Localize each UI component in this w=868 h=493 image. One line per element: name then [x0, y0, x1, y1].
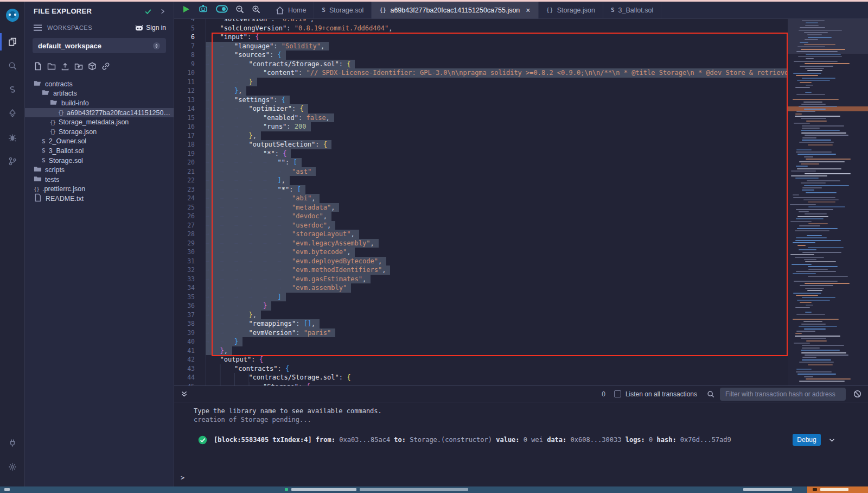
code-line-24[interactable]: 24→→→→→→"abi",: [174, 194, 788, 203]
play-button[interactable]: [182, 5, 190, 16]
clear-console-icon[interactable]: [853, 390, 861, 398]
code-line-42[interactable]: 42"output": {: [174, 355, 788, 364]
tab-storage-json[interactable]: {}Storage.json: [539, 2, 603, 18]
code-line-10[interactable]: 10→→→→"content": "// SPDX-License-Identi…: [174, 68, 788, 78]
terminal-collapse-icon[interactable]: [181, 390, 188, 397]
zoom-out-button[interactable]: [235, 5, 244, 16]
code-line-7[interactable]: 7→→"language": "Solidity",: [174, 42, 788, 51]
new-file-button[interactable]: [34, 62, 42, 73]
upload-folder-button[interactable]: [74, 62, 83, 73]
code-line-40[interactable]: 40→→}: [174, 337, 788, 346]
code-line-38[interactable]: 38→→→"remappings": [],: [174, 319, 788, 328]
minimap-mark: [803, 102, 822, 103]
tree-item-storage-metadata-json[interactable]: {}Storage_metadata.json: [25, 117, 174, 127]
code-line-17[interactable]: 17→→→},: [174, 131, 788, 141]
code-line-8[interactable]: 8→→"sources": {: [174, 50, 788, 60]
robot-button[interactable]: [198, 5, 208, 16]
activity-item-solidity-compiler[interactable]: [0, 78, 25, 102]
code-line-13[interactable]: 13→→"settings": {: [174, 96, 788, 105]
tab-3-ballot-sol[interactable]: S3_Ballot.sol: [603, 2, 661, 18]
activity-item-plugin-manager[interactable]: [0, 431, 25, 455]
code-line-34[interactable]: 34→→→→→→"evm.assembly": [174, 283, 788, 293]
activity-item-git[interactable]: [0, 149, 25, 173]
hamburger-menu-icon[interactable]: [34, 24, 42, 31]
code-line-4[interactable]: 4"solcVersion": "0.8.19",: [174, 19, 788, 24]
code-line-32[interactable]: 32→→→→→→"evm.methodIdentifiers",: [174, 266, 788, 275]
code-line-21[interactable]: 21→→→→→→"ast": [174, 167, 788, 176]
code-line-16[interactable]: 16→→→→"runs": 200: [174, 122, 788, 131]
code-line-14[interactable]: 14→→→"optimizer": {: [174, 104, 788, 113]
new-folder-button[interactable]: [47, 62, 56, 73]
tree-item-storage-sol[interactable]: SStorage.sol: [25, 156, 174, 166]
tree-item-scripts[interactable]: scripts: [25, 165, 174, 175]
code-line-12[interactable]: 12→→},: [174, 86, 788, 96]
code-line-18[interactable]: 18→→→"outputSelection": {: [174, 140, 788, 149]
code-line-15[interactable]: 15→→→→"enabled": false,: [174, 113, 788, 123]
workspace-cube-button[interactable]: [88, 62, 97, 73]
transaction-row[interactable]: [block:5583405 txIndex:4] from: 0xa03...…: [174, 433, 868, 447]
indent: →→→: [206, 319, 249, 328]
tree-item-3-ballot-sol[interactable]: S3_Ballot.sol: [25, 146, 174, 156]
code-editor[interactable]: 4"solcVersion": "0.8.19",5"solcLongVersi…: [174, 19, 868, 385]
activity-item-settings[interactable]: [0, 455, 25, 479]
tree-item-a69b43f277ba20fcac141151250ca7-[interactable]: {}a69b43f277ba20fcac141151250ca7...: [25, 108, 174, 118]
code-line-39[interactable]: 39→→→"evmVersion": "paris": [174, 328, 788, 338]
transaction-filter-input[interactable]: [720, 388, 846, 401]
code-line-11[interactable]: 11→→→}: [174, 78, 788, 87]
code-line-31[interactable]: 31→→→→→→"evm.deployedBytecode",: [174, 257, 788, 266]
code-line-27[interactable]: 27→→→→→→"userdoc",: [174, 221, 788, 230]
code-line-29[interactable]: 29→→→→→→"evm.legacyAssembly",: [174, 239, 788, 248]
tree-item-2-owner-sol[interactable]: S2_Owner.sol: [25, 137, 174, 147]
activity-item-debugger[interactable]: [0, 125, 25, 149]
terminal-prompt[interactable]: >: [181, 474, 184, 482]
code-line-28[interactable]: 28→→→→→→"storageLayout",: [174, 230, 788, 239]
activity-item-search[interactable]: [0, 54, 25, 78]
code-line-25[interactable]: 25→→→→→→"metadata",: [174, 203, 788, 212]
code-line-41[interactable]: 41→},: [174, 346, 788, 356]
tree-item-storage-json[interactable]: {}Storage.json: [25, 127, 174, 137]
code-line-19[interactable]: 19→→→→"*": {: [174, 149, 788, 159]
tree-item-readme-txt[interactable]: README.txt: [25, 194, 174, 204]
code-line-30[interactable]: 30→→→→→→"evm.bytecode",: [174, 248, 788, 257]
code-line-20[interactable]: 20→→→→→"": [: [174, 158, 788, 167]
sign-in-button[interactable]: Sign in: [135, 24, 166, 31]
code-line-44[interactable]: 44"contracts/Storage.sol": {: [174, 373, 788, 382]
tree-item-artifacts[interactable]: artifacts: [25, 89, 174, 99]
code-line-22[interactable]: 22→→→→→],: [174, 176, 788, 185]
tab-home[interactable]: Home: [268, 2, 314, 18]
close-tab-icon[interactable]: ×: [526, 6, 530, 15]
code-line-33[interactable]: 33→→→→→→"evm.gasEstimates",: [174, 275, 788, 284]
tree-item-contracts[interactable]: contracts: [25, 79, 174, 89]
listen-checkbox[interactable]: [614, 390, 621, 397]
upload-file-button[interactable]: [61, 62, 69, 73]
code-line-43[interactable]: 43"contracts": {: [174, 364, 788, 374]
code-line-35[interactable]: 35→→→→→]: [174, 293, 788, 302]
tree-item-build-info[interactable]: build-info: [25, 98, 174, 108]
minimap[interactable]: [788, 19, 868, 385]
code-line-23[interactable]: 23→→→→→"*": [: [174, 185, 788, 194]
activity-item-file-explorer[interactable]: [0, 30, 25, 54]
code-line-26[interactable]: 26→→→→→→"devdoc",: [174, 212, 788, 221]
debug-button[interactable]: Debug: [793, 434, 821, 446]
code-line-36[interactable]: 36→→→→}: [174, 301, 788, 311]
code-line-6[interactable]: 6"input": {: [174, 33, 788, 42]
line-number: 33: [174, 275, 206, 284]
code-line-37[interactable]: 37→→→},: [174, 311, 788, 320]
activity-item-deploy-run[interactable]: [0, 102, 25, 125]
workspace-select[interactable]: default_workspace: [33, 38, 166, 53]
code-line-5[interactable]: 5"solcLongVersion": "0.8.19+commit.7dd6d…: [174, 24, 788, 33]
toggle-button[interactable]: [216, 5, 228, 15]
chevron-right-icon[interactable]: [159, 8, 166, 15]
statusbar-alert-badge[interactable]: [807, 486, 868, 493]
tab-storage-sol[interactable]: SStorage.sol: [314, 2, 372, 18]
tree-item-tests[interactable]: tests: [25, 175, 174, 185]
clone-link-button[interactable]: [101, 62, 110, 73]
code-line-9[interactable]: 9→→→"contracts/Storage.sol": {: [174, 60, 788, 69]
zoom-in-button[interactable]: [252, 5, 260, 16]
remix-logo[interactable]: [0, 2, 25, 30]
tree-item--prettierrc-json[interactable]: {}.prettierrc.json: [25, 185, 174, 194]
tab-a69b43f277ba20fcac141151250ca755-json[interactable]: {}a69b43f277ba20fcac141151250ca755.json×: [372, 2, 538, 18]
statusbar-center-dot: [285, 488, 288, 491]
transaction-expand-icon[interactable]: [828, 437, 835, 444]
terminal-search-icon[interactable]: [707, 390, 714, 398]
